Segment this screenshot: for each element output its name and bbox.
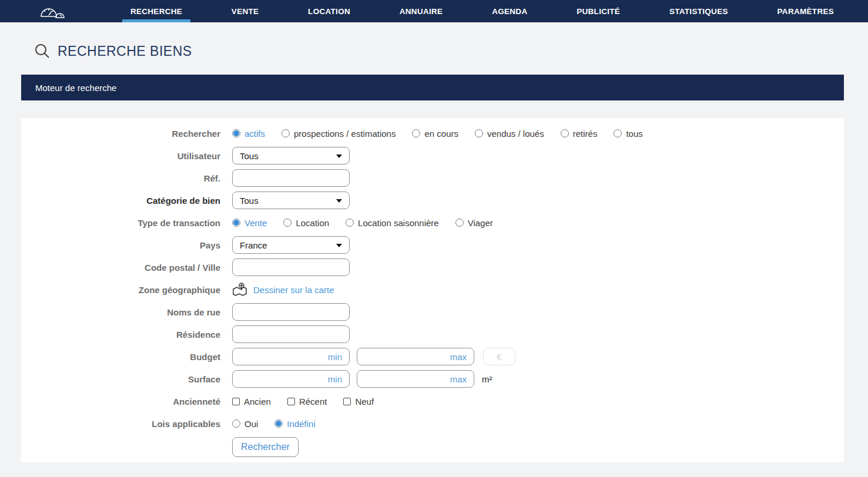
row-anciennete: Ancienneté Ancien Récent Neuf [21, 392, 844, 410]
row-surface: Surface m² [21, 370, 844, 388]
checkbox-icon [232, 398, 240, 405]
row-pays: Pays France [21, 236, 844, 254]
draw-on-map-label: Dessiner sur la carte [253, 285, 334, 295]
radio-location[interactable]: Location [283, 218, 329, 228]
checkbox-icon [287, 398, 295, 405]
pays-label: Pays [21, 240, 220, 250]
nav-item-vente[interactable]: VENTE [227, 0, 264, 22]
categorie-select-value: Tous [233, 196, 259, 206]
categorie-label: Catégorie de bien [21, 196, 220, 206]
row-budget: Budget € [21, 348, 844, 365]
noms-de-rue-input[interactable] [232, 303, 350, 321]
row-lois-applicables: Lois applicables Oui Indéfini [21, 415, 844, 432]
radio-tous-label: tous [626, 129, 642, 139]
lois-label: Lois applicables [21, 419, 220, 429]
search-form-panel: Rechercher actifs prospections / estimat… [21, 118, 844, 462]
radio-tous[interactable]: tous [614, 129, 642, 139]
row-ref: Réf. [21, 169, 844, 187]
radio-retires-label: retirés [573, 129, 598, 139]
row-submit: Rechercher [21, 437, 844, 457]
utilisateur-select-value: Tous [233, 151, 259, 161]
radio-actifs[interactable]: actifs [232, 129, 265, 139]
radio-icon [412, 129, 420, 137]
row-rechercher: Rechercher actifs prospections / estimat… [21, 125, 844, 142]
nav-item-statistiques[interactable]: STATISTIQUES [665, 0, 733, 22]
radio-indefini[interactable]: Indéfini [274, 419, 315, 429]
residence-label: Résidence [21, 330, 220, 340]
nav-item-annuaire[interactable]: ANNUAIRE [395, 0, 448, 22]
page-title-row: RECHERCHE BIENS [34, 41, 844, 61]
transaction-label: Type de transaction [21, 218, 220, 228]
nav-item-recherche[interactable]: RECHERCHE [126, 0, 187, 22]
budget-min-input[interactable] [232, 348, 350, 365]
surface-max-input[interactable] [357, 370, 474, 388]
checkbox-ancien-label: Ancien [244, 397, 271, 407]
radio-location-saisonniere-label: Location saisonnière [358, 218, 439, 228]
map-pin-icon [232, 282, 247, 297]
checkbox-icon [343, 398, 351, 405]
zone-label: Zone géographique [21, 285, 220, 295]
radio-indefini-label: Indéfini [287, 419, 315, 429]
anciennete-label: Ancienneté [21, 397, 220, 407]
budget-max-input[interactable] [357, 348, 474, 365]
radio-en-cours[interactable]: en cours [412, 129, 458, 139]
radio-retires[interactable]: retirés [561, 129, 598, 139]
pays-select[interactable]: France [232, 236, 350, 254]
app-logo[interactable] [38, 0, 66, 22]
radio-icon [614, 129, 622, 137]
radio-icon [232, 419, 240, 428]
noms-de-rue-label: Noms de rue [21, 307, 220, 317]
radio-vendus-loues[interactable]: vendus / loués [475, 129, 544, 139]
rechercher-button[interactable]: Rechercher [232, 437, 299, 457]
radio-en-cours-label: en cours [424, 129, 458, 139]
radio-actifs-label: actifs [244, 129, 265, 139]
row-code-postal: Code postal / Ville [21, 258, 844, 276]
row-utilisateur: Utilisateur Tous [21, 147, 844, 164]
code-postal-input[interactable] [232, 258, 350, 276]
radio-prospections-label: prospections / estimations [294, 129, 396, 139]
radio-vente[interactable]: Vente [232, 218, 267, 228]
top-navbar: RECHERCHE VENTE LOCATION ANNUAIRE AGENDA… [0, 0, 868, 22]
code-postal-label: Code postal / Ville [21, 263, 220, 273]
search-icon [34, 43, 51, 59]
checkbox-neuf[interactable]: Neuf [343, 397, 374, 407]
radio-oui[interactable]: Oui [232, 419, 258, 429]
pays-select-value: France [233, 240, 267, 250]
radio-icon [561, 129, 569, 137]
radio-prospections-estimations[interactable]: prospections / estimations [281, 129, 396, 139]
surface-label: Surface [21, 374, 220, 384]
gauges-logo-icon [38, 2, 66, 20]
nav-item-agenda[interactable]: AGENDA [487, 0, 532, 22]
radio-icon [232, 219, 240, 227]
categorie-select[interactable]: Tous [232, 192, 350, 209]
row-transaction: Type de transaction Vente Location Locat… [21, 214, 844, 231]
radio-icon [475, 129, 483, 137]
nav-item-location[interactable]: LOCATION [303, 0, 355, 22]
utilisateur-label: Utilisateur [21, 151, 220, 161]
ref-input[interactable] [232, 169, 350, 187]
surface-min-input[interactable] [232, 370, 350, 388]
currency-unit-box: € [483, 348, 515, 365]
radio-icon [274, 419, 283, 428]
radio-icon [281, 129, 290, 137]
checkbox-ancien[interactable]: Ancien [232, 397, 271, 407]
row-noms-de-rue: Noms de rue [21, 303, 844, 321]
checkbox-recent[interactable]: Récent [287, 397, 327, 407]
residence-input[interactable] [232, 325, 350, 343]
checkbox-neuf-label: Neuf [355, 397, 374, 407]
nav-item-parametres[interactable]: PARAMÈTRES [773, 0, 839, 22]
budget-label: Budget [21, 352, 220, 362]
draw-on-map-link[interactable]: Dessiner sur la carte [232, 282, 334, 297]
radio-location-saisonniere[interactable]: Location saisonnière [346, 218, 439, 228]
radio-icon [455, 219, 464, 227]
radio-icon [232, 129, 240, 137]
radio-vendus-loues-label: vendus / loués [487, 129, 544, 139]
chevron-down-icon [336, 154, 342, 158]
radio-icon [283, 219, 291, 227]
panel-header: Moteur de recherche [21, 75, 844, 100]
radio-location-label: Location [296, 218, 329, 228]
ref-label: Réf. [21, 173, 220, 183]
nav-item-publicite[interactable]: PUBLICITÉ [572, 0, 625, 22]
utilisateur-select[interactable]: Tous [232, 147, 350, 164]
radio-viager[interactable]: Viager [455, 218, 493, 228]
